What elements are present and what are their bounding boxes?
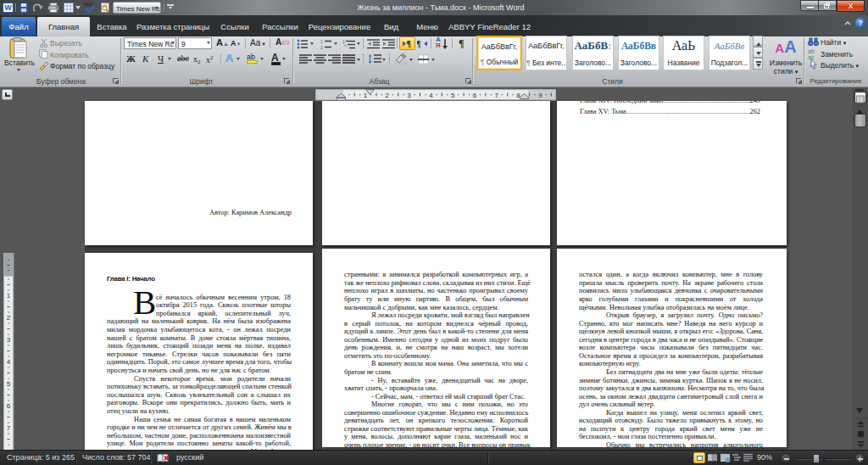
svg-text:2: 2 [386,92,390,99]
svg-text:7: 7 [7,424,11,432]
svg-text:3: 3 [7,336,11,344]
svg-text:а: а [344,42,347,48]
svg-text:3: 3 [407,92,411,99]
svg-text:1: 1 [7,292,11,300]
svg-text:¶: ¶ [407,39,411,48]
svg-text:9: 9 [538,92,542,99]
svg-text:2: 2 [320,45,323,50]
svg-text:4: 4 [7,358,11,366]
svg-text:6: 6 [7,402,11,410]
svg-text:5: 5 [451,92,455,99]
svg-text:1: 1 [320,39,323,44]
svg-text:6: 6 [473,92,477,99]
svg-text:7: 7 [495,92,499,99]
svg-text:2: 2 [7,314,11,322]
svg-text:5: 5 [7,380,11,388]
svg-text:4: 4 [429,92,433,99]
svg-text:¶: ¶ [417,39,420,48]
